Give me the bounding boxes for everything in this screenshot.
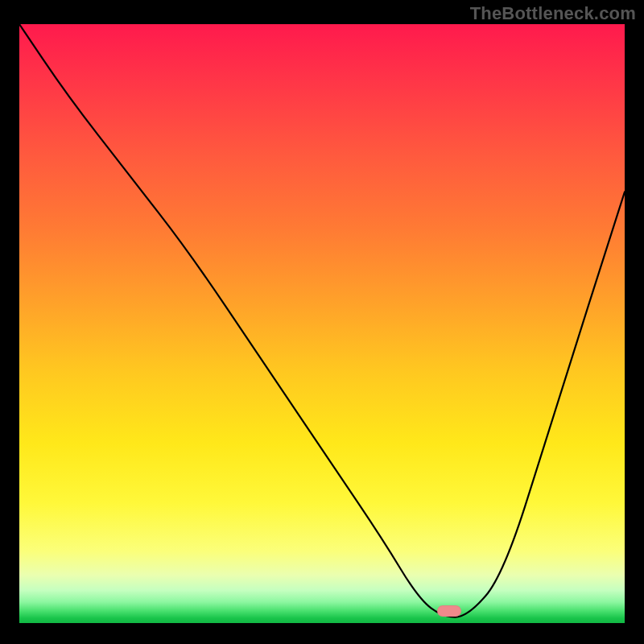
watermark-text: TheBottleneck.com: [470, 3, 636, 24]
bottleneck-curve: [19, 24, 625, 623]
optimal-marker: [437, 605, 461, 617]
plot-area: [19, 24, 625, 623]
chart-stage: TheBottleneck.com: [0, 0, 644, 644]
